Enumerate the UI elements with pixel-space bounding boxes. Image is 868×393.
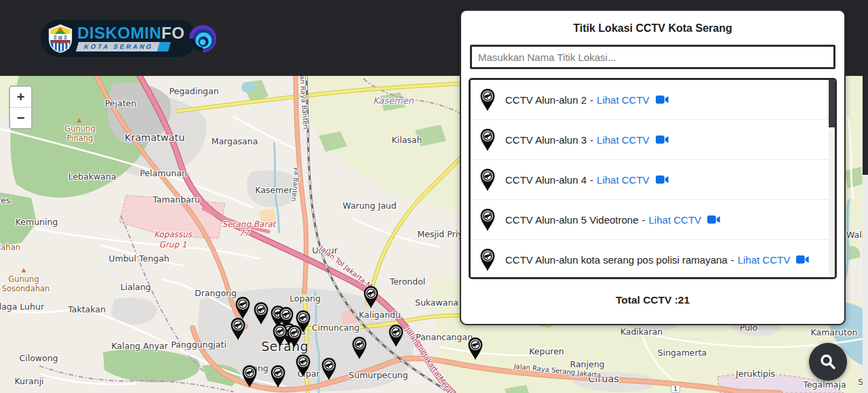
cctv-map-marker[interactable]	[387, 324, 405, 348]
cctv-pin-icon	[479, 208, 496, 232]
lihat-cctv-link[interactable]: Lihat CCTV	[597, 134, 650, 146]
map-label: Sumurpecung	[349, 370, 408, 380]
cctv-map-marker[interactable]	[241, 365, 258, 388]
map-label: Singamerta	[658, 348, 707, 358]
lihat-cctv-link[interactable]: Lihat CCTV	[597, 94, 650, 106]
map-label: Lopang	[290, 293, 321, 304]
map-label: Lialang	[120, 282, 151, 292]
logo-subtitle-strip: KOTA SERANG	[76, 42, 186, 51]
map-label: Gunung	[64, 124, 95, 133]
logo-title: DISKOMINFO	[77, 25, 184, 41]
map-label: Sukawana	[415, 297, 458, 308]
map-label: Sosondahan	[2, 284, 50, 293]
logo-subtitle: KOTA SERANG	[76, 42, 160, 51]
cctv-list-item: CCTV Alun-alun 2 - Lihat CCTV	[471, 80, 835, 120]
cctv-pin-icon	[479, 168, 496, 191]
map-label: Serang Barat	[222, 220, 276, 229]
list-scrollbar[interactable]	[829, 80, 835, 277]
separator-dash: -	[590, 94, 593, 106]
map-label: Panggungjati	[171, 339, 226, 350]
cctv-map-marker[interactable]	[362, 285, 380, 309]
map-label: Grup 1	[159, 240, 187, 249]
map-label: Panancangan	[416, 332, 473, 342]
cctv-list-item: CCTV Alun-alun 5 Videotrone - Lihat CCTV	[471, 200, 835, 240]
cctv-map-marker[interactable]	[252, 302, 270, 325]
map-label: Gunung	[8, 274, 39, 284]
lihat-cctv-link[interactable]: Lihat CCTV	[649, 214, 702, 226]
map-tile-gap-light	[863, 175, 868, 393]
cctv-name: CCTV Alun-alun 4	[505, 174, 587, 186]
cctv-pin-icon	[479, 88, 496, 112]
map-label: 77	[239, 228, 249, 238]
cctv-pin-icon	[269, 365, 287, 388]
logo-strip-accent	[157, 42, 171, 51]
map-label: Wali	[846, 230, 864, 240]
cctv-map-page: { "colors":{"header_bg":"#242629","accen…	[0, 0, 868, 393]
cctv-map-marker[interactable]	[229, 317, 247, 341]
map-label: Pinang	[67, 133, 94, 143]
map-label: Pejaten	[105, 98, 136, 108]
cctv-map-marker[interactable]	[294, 354, 312, 377]
cctv-map-marker[interactable]	[467, 337, 484, 360]
total-cctv-label: Total CCTV :21	[461, 294, 844, 306]
cctv-pin-icon	[479, 248, 496, 271]
kota-serang-crest-icon	[47, 24, 73, 54]
cctv-pin-icon	[479, 208, 496, 231]
map-label: Jeruktipis	[736, 369, 775, 379]
cctv-pin-icon	[351, 336, 368, 360]
cctv-pin-icon	[320, 357, 338, 381]
map-label: Tegalmaja	[803, 379, 846, 390]
map-label: Lebakwana	[68, 171, 117, 182]
video-camera-icon[interactable]	[656, 95, 669, 104]
video-camera-icon[interactable]	[707, 215, 720, 224]
separator-dash: -	[642, 214, 646, 226]
cctv-pin-icon	[285, 325, 303, 348]
video-camera-icon[interactable]	[656, 175, 669, 184]
cctv-pin-icon	[294, 354, 312, 377]
zoom-out-button[interactable]: −	[10, 107, 31, 128]
cctv-item-text: CCTV Alun-alun kota serang pos polisi ra…	[505, 254, 809, 266]
map-tile-gap-dark	[863, 76, 868, 175]
map-label: Tamanbaru	[153, 194, 200, 205]
map-label: Kadikaran	[620, 327, 663, 337]
cctv-pin-icon	[479, 128, 496, 152]
map-label: Kilasah	[392, 135, 422, 145]
video-camera-icon[interactable]	[796, 255, 809, 264]
cctv-pin-icon	[234, 296, 252, 320]
cctv-map-marker[interactable]	[234, 296, 252, 320]
cctv-map-marker[interactable]	[351, 336, 368, 360]
lihat-cctv-link[interactable]: Lihat CCTV	[597, 174, 650, 186]
cctv-item-text: CCTV Alun-alun 4 - Lihat CCTV	[505, 174, 669, 186]
magnifier-icon	[819, 353, 837, 371]
cctv-list: CCTV Alun-alun 2 - Lihat CCTV CCTV Alun-…	[469, 78, 837, 279]
map-label: Ranjeng	[570, 359, 604, 369]
map-label: Kasemen	[373, 96, 414, 106]
separator-dash: -	[590, 134, 593, 146]
cctv-list-item: CCTV Alun-alun kota serang pos polisi ra…	[471, 240, 835, 279]
cctv-map-marker[interactable]	[320, 357, 338, 381]
map-label: res	[0, 195, 11, 205]
separator-dash: -	[590, 174, 593, 186]
zoom-in-button[interactable]: +	[10, 87, 31, 107]
kominfo-wave-icon	[189, 24, 217, 53]
map-label: dahan	[0, 243, 20, 252]
list-scrollbar-thumb[interactable]	[829, 80, 835, 127]
diskominfo-logo[interactable]: DISKOMINFO KOTA SERANG	[41, 20, 197, 57]
search-fab-button[interactable]	[809, 343, 847, 381]
cctv-item-text: CCTV Alun-alun 2 - Lihat CCTV	[505, 94, 669, 106]
map-label: Mesjid Priy	[417, 229, 462, 239]
cctv-map-marker[interactable]	[269, 365, 287, 388]
cctv-list-item: CCTV Alun-alun 3 - Lihat CCTV	[471, 120, 835, 160]
cctv-pin-icon	[479, 168, 496, 192]
cctv-pin-icon	[479, 248, 496, 272]
search-input[interactable]	[470, 45, 835, 69]
video-camera-icon[interactable]	[656, 135, 669, 144]
map-label: ▲	[77, 117, 82, 123]
cctv-name: CCTV Alun-alun 5 Videotrone	[505, 214, 639, 226]
cctv-name: CCTV Alun-alun 3	[505, 134, 587, 146]
lihat-cctv-link[interactable]: Lihat CCTV	[738, 254, 791, 266]
cctv-map-marker[interactable]	[285, 325, 303, 348]
map-label: Drangong	[195, 288, 237, 298]
map-label: Kemuning	[16, 217, 58, 227]
cctv-item-text: CCTV Alun-alun 5 Videotrone - Lihat CCTV	[505, 214, 720, 226]
